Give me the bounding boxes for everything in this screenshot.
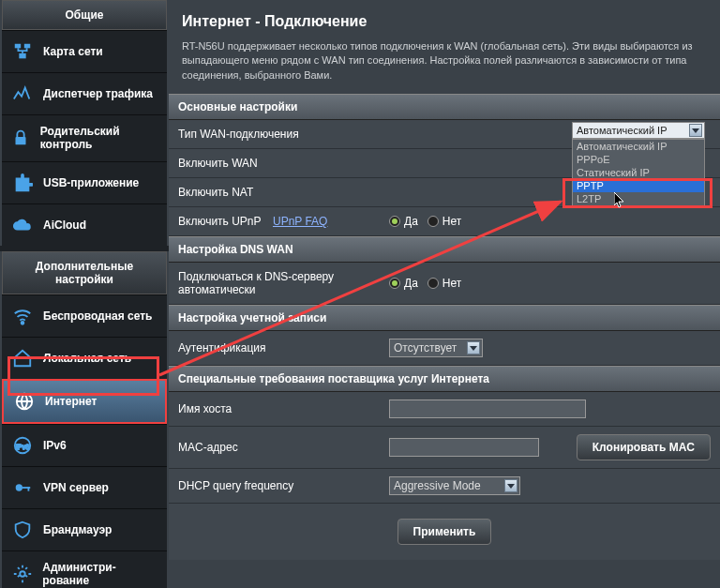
dropdown-option[interactable]: Автоматический IP (573, 140, 704, 153)
ipv6-icon: IPv6 (9, 434, 36, 457)
svg-point-11 (20, 571, 25, 577)
select-auth[interactable]: Отсутствует (389, 339, 483, 357)
row-hostname: Имя хоста (169, 392, 720, 427)
section-account: Настройка учетной записи (169, 305, 720, 331)
label-dhcp-freq: DHCP query frequency (178, 479, 389, 492)
sidebar-label: Интернет (45, 395, 97, 408)
svg-rect-10 (28, 487, 30, 491)
radio-upnp-no[interactable]: Нет (428, 215, 461, 228)
section-dns: Настройка DNS WAN (169, 236, 720, 263)
row-enable-upnp: Включить UPnP UPnP FAQ Да Нет (169, 207, 720, 236)
sidebar-label: IPv6 (43, 439, 67, 452)
globe-icon (11, 390, 38, 413)
radio-dns-no[interactable]: Нет (428, 277, 461, 290)
gear-icon (9, 563, 35, 585)
traffic-icon (9, 83, 36, 105)
label-hostname: Имя хоста (178, 402, 389, 415)
clone-mac-button[interactable]: Клонировать MAC (577, 434, 711, 460)
sidebar-item-ipv6[interactable]: IPv6 IPv6 (2, 424, 167, 466)
sidebar-item-lan[interactable]: Локальная сеть (2, 337, 167, 379)
page-title: Интернет - Подключение (169, 0, 720, 39)
sidebar-label: Администри-рование (42, 561, 159, 588)
puzzle-icon (9, 172, 36, 194)
shield-icon (9, 519, 36, 541)
select-wan-type[interactable]: Автоматический IP (572, 122, 705, 139)
svg-rect-0 (15, 44, 21, 49)
radio-upnp-yes[interactable]: Да (389, 215, 418, 228)
radio-dns-yes[interactable]: Да (389, 277, 418, 290)
sidebar-label: AiCloud (43, 219, 86, 232)
svg-point-8 (16, 484, 22, 490)
label-mac: MAC-адрес (178, 441, 389, 454)
wifi-icon (9, 305, 36, 327)
sidebar-header-advanced: Дополнительные настройки (2, 251, 167, 294)
section-basic: Основные настройки (169, 94, 720, 120)
home-icon (9, 347, 36, 369)
sidebar-item-parental[interactable]: Родительский контроль (2, 114, 167, 161)
sidebar-label: Локальная сеть (43, 352, 131, 365)
lock-icon (9, 127, 33, 149)
label-enable-nat: Включить NAT (178, 186, 389, 199)
sidebar-item-vpn[interactable]: VPN сервер (2, 466, 167, 508)
chevron-down-icon (467, 341, 480, 354)
sidebar-label: USB-приложение (43, 176, 139, 189)
sidebar-item-wireless[interactable]: Беспроводная сеть (2, 294, 167, 337)
label-auth: Аутентификация (178, 341, 389, 354)
sidebar-header-general: Общие (2, 0, 167, 30)
dropdown-option-pptp[interactable]: PPTP (573, 179, 704, 192)
chevron-down-icon (689, 124, 702, 137)
svg-text:IPv6: IPv6 (16, 442, 30, 450)
sidebar-item-aicloud[interactable]: AiCloud (2, 204, 167, 246)
sidebar-item-usb[interactable]: USB-приложение (2, 161, 167, 204)
svg-rect-1 (24, 44, 30, 49)
label-dns-auto: Подключаться к DNS-серверу автоматически (178, 270, 389, 296)
sidebar-item-firewall[interactable]: Брандмауэр (2, 508, 167, 550)
key-icon (9, 476, 36, 499)
select-dhcp-freq[interactable]: Aggressive Mode (389, 476, 520, 495)
apply-button[interactable]: Применить (398, 519, 492, 545)
sidebar-item-admin[interactable]: Администри-рование (2, 550, 167, 588)
sidebar-label: VPN сервер (43, 481, 109, 494)
page-description: RT-N56U поддерживает несколько типов под… (169, 39, 720, 94)
sidebar-label: Беспроводная сеть (43, 309, 152, 323)
row-mac: MAC-адрес Клонировать MAC (169, 427, 720, 469)
chevron-down-icon (504, 479, 518, 492)
svg-rect-2 (19, 53, 25, 59)
dropdown-option[interactable]: PPPoE (573, 153, 704, 166)
label-enable-wan: Включить WAN (178, 157, 389, 170)
svg-point-4 (22, 322, 24, 324)
dropdown-option[interactable]: L2TP (573, 192, 704, 205)
label-wan-type: Тип WAN-подключения (178, 128, 389, 141)
dropdown-option[interactable]: Статический IP (573, 166, 704, 179)
row-dns-auto: Подключаться к DNS-серверу автоматически… (169, 263, 720, 305)
label-enable-upnp: Включить UPnP UPnP FAQ (178, 215, 389, 228)
section-isp: Специальные требования поставщика услуг … (169, 366, 720, 392)
sidebar-item-internet[interactable]: Интернет (2, 379, 167, 424)
row-auth: Аутентификация Отсутствует (169, 331, 720, 366)
network-map-icon (9, 40, 36, 63)
sidebar-label: Брандмауэр (43, 523, 112, 536)
sidebar-label: Родительский контроль (40, 125, 159, 152)
sidebar: Общие Карта сети Диспетчер трафика Родит… (0, 0, 169, 588)
cloud-icon (9, 214, 36, 236)
input-mac[interactable] (389, 438, 539, 457)
main-content: Интернет - Подключение RT-N56U поддержив… (169, 0, 720, 588)
sidebar-item-traffic[interactable]: Диспетчер трафика (2, 72, 167, 114)
upnp-faq-link[interactable]: UPnP FAQ (273, 215, 327, 228)
sidebar-item-network-map[interactable]: Карта сети (2, 30, 167, 72)
wan-type-dropdown-list: Автоматический IP PPPoE Статический IP P… (572, 139, 705, 206)
input-hostname[interactable] (389, 400, 586, 418)
sidebar-label: Диспетчер трафика (43, 87, 153, 100)
sidebar-label: Карта сети (43, 45, 103, 58)
row-dhcp-freq: DHCP query frequency Aggressive Mode (169, 469, 720, 504)
svg-rect-3 (16, 137, 26, 144)
